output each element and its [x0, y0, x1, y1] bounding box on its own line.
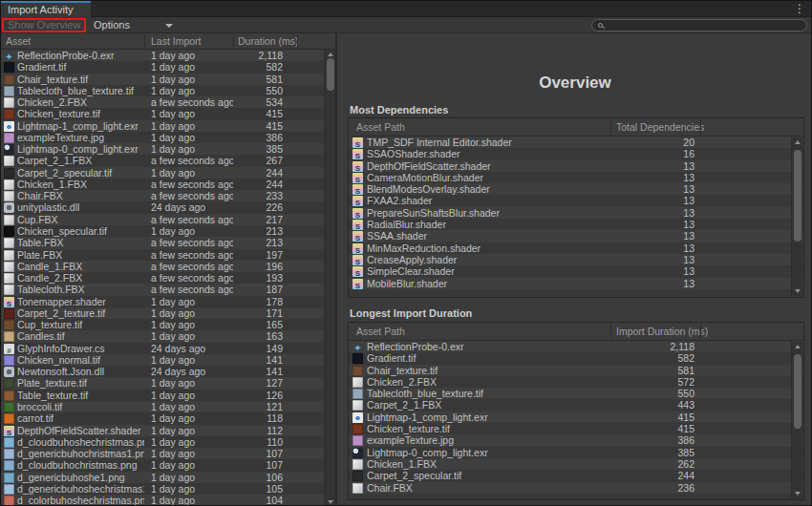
table-row[interactable]: SimpleClear.shader 13	[349, 265, 803, 277]
tab-import-activity[interactable]: Import Activity	[1, 1, 91, 17]
asset-path: Carpet_2_specular.tif	[367, 470, 606, 481]
column-header-duration[interactable]: Duration (ms)	[238, 35, 299, 48]
table-row[interactable]: MinMaxReduction.shader 13	[349, 242, 803, 254]
table-row[interactable]: FXAA2.shader 13	[349, 195, 803, 206]
table-row[interactable]: ReflectionProbe-0.exr 1 day ago 2,118	[1, 50, 324, 61]
asset-path: Chair.FBX	[367, 482, 606, 494]
scroll-up-icon[interactable]	[795, 140, 801, 144]
table-row[interactable]: Table.FBX a few seconds ago 213	[1, 237, 324, 248]
table-row[interactable]: GlyphInfoDrawer.cs 24 days ago 149	[1, 343, 324, 354]
last-import-value: a few seconds ago	[151, 179, 233, 190]
asset-type-icon	[4, 308, 14, 319]
search-input[interactable]	[606, 20, 797, 31]
table-row[interactable]: SSAA.shader 13	[349, 230, 803, 242]
options-dropdown[interactable]: Options	[94, 17, 130, 32]
table-row[interactable]: Table_texture.tif 1 day ago 126	[1, 390, 324, 401]
table-row[interactable]: MobileBlur.shader 13	[349, 278, 803, 289]
scroll-down-icon[interactable]	[795, 492, 801, 495]
table-row[interactable]: Chicken_1.FBX 262	[349, 458, 803, 470]
scrollbar-thumb[interactable]	[327, 58, 334, 91]
table-row[interactable]: Candle_1.FBX a few seconds ago 196	[1, 261, 324, 272]
table-row[interactable]: Chicken_texture.tif 1 day ago 415	[1, 108, 324, 119]
table-row[interactable]: PrepareSunShaftsBlur.shader 13	[349, 207, 803, 219]
table-row[interactable]: Carpet_2_1.FBX 443	[349, 399, 803, 411]
table-row[interactable]: Tonemapper.shader 1 day ago 178	[1, 296, 324, 307]
scroll-up-icon[interactable]	[328, 53, 333, 56]
table-row[interactable]: Chicken_specular.tif 1 day ago 213	[1, 225, 324, 237]
table-row[interactable]: d_colorbuhoshechristmas.png 1 day ago 10…	[1, 495, 324, 506]
scroll-up-icon[interactable]	[795, 345, 801, 348]
scroll-down-icon[interactable]	[795, 289, 801, 293]
table-row[interactable]: Cup.FBX a few seconds ago 217	[1, 214, 324, 225]
table-row[interactable]: TMP_SDF Internal Editor.shader 20	[349, 137, 803, 148]
left-scrollbar[interactable]	[324, 50, 335, 506]
table-row[interactable]: exampleTexture.jpg 386	[349, 434, 803, 446]
table-row[interactable]: Plate.FBX a few seconds ago 197	[1, 249, 324, 261]
table-row[interactable]: Tablecloth_blue_texture.tif 550	[349, 388, 803, 399]
table-row[interactable]: ReflectionProbe-0.exr 2,118	[349, 341, 803, 352]
column-header-asset[interactable]: Asset	[6, 35, 31, 48]
table-scrollbar[interactable]	[791, 342, 802, 498]
table-row[interactable]: Chicken_2.FBX a few seconds ago 534	[1, 96, 324, 108]
table-row[interactable]: Lightmap-0_comp_light.exr 1 day ago 385	[1, 143, 324, 155]
table-row[interactable]: CameraMotionBlur.shader 13	[349, 172, 803, 183]
table-row[interactable]: Candles.tif 1 day ago 163	[1, 330, 324, 342]
table-row[interactable]: d_cloudbuhoshechristmas.png 1 day ago 11…	[1, 436, 324, 448]
dependency-count: 13	[610, 230, 694, 242]
table-row[interactable]: Chair.FBX 236	[349, 482, 803, 494]
table-row[interactable]: BlendModesOverlay.shader 13	[349, 183, 803, 195]
column-header-total-dependencies[interactable]: Total Dependencies	[616, 121, 704, 133]
table-row[interactable]: Carpet_2_specular.tif 1 day ago 244	[1, 167, 324, 179]
table-scrollbar[interactable]	[791, 137, 802, 296]
asset-type-icon	[4, 390, 14, 401]
scrollbar-thumb[interactable]	[794, 150, 801, 242]
table-row[interactable]: Lightmap-1_comp_light.exr 415	[349, 411, 803, 423]
table-row[interactable]: SSAOShader.shader 16	[349, 148, 803, 159]
table-row[interactable]: Tablecloth_blue_texture.tif 1 day ago 55…	[1, 85, 324, 96]
table-row[interactable]: Chair.FBX a few seconds ago 233	[1, 190, 324, 201]
table-row[interactable]: Carpet_2_specular.tif 244	[349, 470, 803, 481]
table-row[interactable]: CreaseApply.shader 13	[349, 254, 803, 265]
scroll-down-icon[interactable]	[328, 500, 333, 504]
table-row[interactable]: Chicken_1.FBX a few seconds ago 244	[1, 179, 324, 190]
column-header-last-import[interactable]: Last Import	[151, 35, 202, 48]
column-header-asset-path[interactable]: Asset Path	[356, 326, 405, 337]
table-row[interactable]: RadialBlur.shader 13	[349, 219, 803, 230]
table-row[interactable]: d_genericbuhoshechristmas1.png 1 day ago…	[1, 483, 324, 495]
table-row[interactable]: Carpet_2_texture.tif 1 day ago 171	[1, 307, 324, 319]
show-overview-button[interactable]: Show Overview	[8, 17, 80, 32]
table-row[interactable]: Cup_texture.tif 1 day ago 165	[1, 319, 324, 330]
table-row[interactable]: broccoli.tif 1 day ago 121	[1, 401, 324, 412]
chevron-down-icon[interactable]	[165, 24, 173, 28]
asset-type-icon	[353, 435, 363, 446]
table-row[interactable]: d_genericbuhochristmas1.png 1 day ago 10…	[1, 448, 324, 459]
kebab-menu-icon[interactable]: ⋮	[793, 2, 806, 16]
table-row[interactable]: Chair_texture.tif 581	[349, 365, 803, 376]
table-row[interactable]: exampleTexture.jpg 1 day ago 386	[1, 132, 324, 143]
table-row[interactable]: unityplastic.dll 24 days ago 226	[1, 201, 324, 213]
table-row[interactable]: Chicken_normal.tif 1 day ago 141	[1, 354, 324, 366]
asset-type-icon	[4, 62, 14, 73]
table-row[interactable]: Newtonsoft.Json.dll 24 days ago 141	[1, 366, 324, 377]
table-row[interactable]: Lightmap-1_comp_light.exr 1 day ago 415	[1, 120, 324, 132]
column-header-asset-path[interactable]: Asset Path	[356, 121, 405, 133]
table-row[interactable]: Tablecloth.FBX a few seconds ago 187	[1, 284, 324, 295]
search-box[interactable]	[591, 19, 807, 32]
table-row[interactable]: DepthOfFieldScatter.shader 1 day ago 112	[1, 425, 324, 436]
table-row[interactable]: d_cloudbuhochristmas.png 1 day ago 107	[1, 459, 324, 471]
table-row[interactable]: Gradient.tif 1 day ago 582	[1, 61, 324, 73]
table-row[interactable]: Plate_texture.tif 1 day ago 127	[1, 377, 324, 389]
table-row[interactable]: DepthOfFieldScatter.shader 13	[349, 160, 803, 172]
table-row[interactable]: Candle_2.FBX a few seconds ago 193	[1, 272, 324, 284]
table-row[interactable]: Gradient.tif 582	[349, 352, 803, 364]
table-row[interactable]: carrot.tif 1 day ago 118	[1, 412, 324, 424]
table-row[interactable]: d_genericbuhoshe1.png 1 day ago 106	[1, 472, 324, 483]
asset-path: Tablecloth_blue_texture.tif	[367, 388, 606, 399]
table-row[interactable]: Chicken_texture.tif 415	[349, 423, 803, 434]
column-header-import-duration[interactable]: Import Duration (ms)	[616, 326, 708, 337]
table-row[interactable]: Chicken_2.FBX 572	[349, 376, 803, 388]
table-row[interactable]: Carpet_2_1.FBX a few seconds ago 267	[1, 155, 324, 166]
scrollbar-thumb[interactable]	[794, 354, 801, 429]
table-row[interactable]: Chair_texture.tif 1 day ago 581	[1, 74, 324, 85]
table-row[interactable]: Lightmap-0_comp_light.exr 385	[349, 447, 803, 458]
